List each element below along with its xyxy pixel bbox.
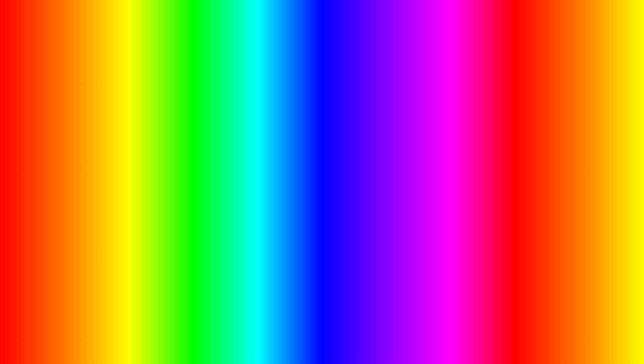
home-icon-right: 🏠	[451, 128, 455, 132]
title-letter-i: I	[431, 10, 450, 77]
checkbox-select-n[interactable]: ✓	[182, 143, 187, 148]
sidebar-right-dungeon[interactable]: 🏰 Dungeon	[448, 157, 474, 164]
combat-icon-right: ✖	[451, 136, 453, 139]
farming-vertical-label: Farming	[37, 188, 46, 217]
row-auto-buy-chip[interactable]: Auto Buy Chip	[477, 171, 618, 179]
checkbox-auto-buy-chip[interactable]	[614, 173, 618, 177]
beta-row-drive-boat[interactable]: Auto Drive Boat ✓	[118, 204, 218, 213]
blox-fruits-logo: ☠ BL◉X FRUITS	[577, 285, 615, 335]
row-farm-selected[interactable]: Farm Selected Mode ✓	[66, 134, 187, 142]
stats-icon-right: 📊	[451, 143, 455, 147]
title-letter-l: L	[158, 10, 197, 77]
checkbox-drive-boat[interactable]: ✓	[210, 206, 214, 211]
sidebar-right-race[interactable]: 🏃 Race	[448, 180, 474, 187]
mobile-label: MOBILE ✓	[29, 150, 130, 172]
checkbox-sea-beast[interactable]: ✓	[210, 215, 214, 220]
sidebar-right-others[interactable]: 💎 Others	[448, 187, 474, 195]
script-label: SCRIPT	[331, 327, 400, 348]
panel-right-body: 🔒 Settings 🏠 Home ✖ Combat 📊 Stats 📡	[448, 117, 621, 196]
panel-right: Void 🔒 Settings 🏠 Home ✖ Combat 📊 Sta	[448, 110, 621, 197]
beta-row-boat[interactable]: Select Boat : RocketBoost ▼	[118, 194, 218, 204]
title-letter-b: B	[112, 10, 158, 77]
row-auto-select-dungeon[interactable]: Auto Select Dungeon	[477, 164, 618, 171]
checkbox-auto-next-island[interactable]: ✓	[614, 135, 618, 140]
checkbox-kill-aura[interactable]: ✓	[614, 143, 618, 148]
row-auto-next-island[interactable]: Auto Next Island ✓	[477, 134, 618, 142]
shop-icon: 🛒	[451, 174, 455, 178]
others-label: Others	[456, 189, 466, 193]
devil-fruit-icon-right: 🔴	[451, 166, 455, 170]
deco-stripe-left	[9, 69, 23, 270]
auto-farm-label: AUTO FARM	[147, 317, 325, 351]
race-icon: 🏃	[451, 182, 455, 185]
stats-icon: 📊	[39, 143, 43, 147]
row-kill-aura[interactable]: Kill Aura ✓	[477, 142, 618, 149]
title-container: BLOXFRUITS	[3, 9, 641, 78]
beta-header: Beta Features	[118, 187, 218, 194]
logo-skull-icon: ☠	[582, 285, 609, 311]
boat-select[interactable]: ▼	[208, 196, 214, 202]
void-label-right: Void	[451, 111, 458, 115]
background: BLOXFRUITS NO MISS SKILL MANY FEATURE MO…	[3, 3, 641, 361]
checkbox-farm-selected[interactable]: ✓	[182, 135, 187, 140]
panel-right-content: × Waiting For Dungeon.. Auto Farm Dungeo…	[475, 117, 621, 196]
sidebar-right-stats[interactable]: 📊 Stats	[448, 141, 474, 149]
title-letter-u: U	[385, 10, 431, 77]
row-select-chips: Select Chips : Flame	[477, 157, 618, 164]
checkbox-auto-awakener[interactable]: ✓	[614, 151, 618, 155]
sidebar-combat[interactable]: ⚔ Combat	[36, 134, 63, 141]
sidebar-right-home[interactable]: 🏠 Home	[448, 126, 474, 134]
title-letter-r: R	[339, 10, 385, 77]
bottom-text-container: AUTO FARM SCRIPT PASTEBIN	[3, 317, 641, 351]
title-blox-fruits: BLOXFRUITS	[112, 9, 532, 78]
row-auto-awakener[interactable]: Auto Awakener ✓	[477, 149, 618, 157]
row-select-n[interactable]: Select N... ✓	[66, 142, 187, 149]
title-letter-t: T	[450, 10, 490, 77]
no-miss-skill-label: NO MISS SKILL	[43, 106, 155, 122]
combat-icon: ⚔	[39, 136, 42, 139]
sidebar-right-combat[interactable]: ✖ Combat	[448, 134, 474, 141]
sidebar-home[interactable]: 🏠 Home	[36, 126, 63, 134]
teleport-icon: 📡	[451, 151, 455, 155]
sidebar-right-shop[interactable]: 🛒 Shop	[448, 172, 474, 180]
logo-blox-text: BL◉X	[577, 313, 615, 324]
logo-fruits-text: FRUITS	[577, 324, 615, 335]
others-icon-right: 💎	[451, 189, 455, 193]
title-letter-o: O	[197, 10, 247, 77]
sidebar-right-devil-fruit[interactable]: 🔴 Devil Fruit	[448, 164, 474, 172]
many-feature-label: MANY FEATURE	[490, 106, 608, 122]
panel-right-sidebar: 🔒 Settings 🏠 Home ✖ Combat 📊 Stats 📡	[448, 117, 475, 196]
pastebin-label: PASTEBIN	[404, 327, 497, 348]
beta-row-teleport-sea-beast: Teleport Sea Beast	[118, 222, 218, 231]
beta-row-sea-beast[interactable]: Auto Sea Beast ✓	[118, 213, 218, 222]
sidebar-right-settings[interactable]: 🔒 Settings	[448, 118, 474, 126]
dungeon-icon: 🏰	[451, 159, 455, 162]
home-icon: 🏠	[39, 128, 43, 132]
row-auto-farm-dungeon[interactable]: Auto Farm Dungeon	[477, 126, 618, 134]
panel-beta: Beta Features Select Boat : RocketBoost …	[118, 186, 218, 231]
lock-icon-right: 🔒	[451, 120, 455, 124]
checkbox-auto-farm-dungeon[interactable]	[614, 128, 618, 132]
checkbox-auto-select-dungeon[interactable]	[614, 165, 618, 170]
title-letter-x: X	[247, 10, 289, 77]
row-select-mode: Select Mode : Normal Mode	[66, 127, 187, 134]
sidebar-right-teleport[interactable]: 📡 Teleport	[448, 149, 474, 157]
title-letter-f: F	[299, 10, 339, 77]
title-letter-s: S	[490, 10, 532, 77]
deco-pole-center	[312, 69, 332, 287]
auto-next-island-label: Auto Next Island	[477, 136, 614, 140]
sidebar-stats[interactable]: 📊 Stats	[36, 141, 63, 149]
